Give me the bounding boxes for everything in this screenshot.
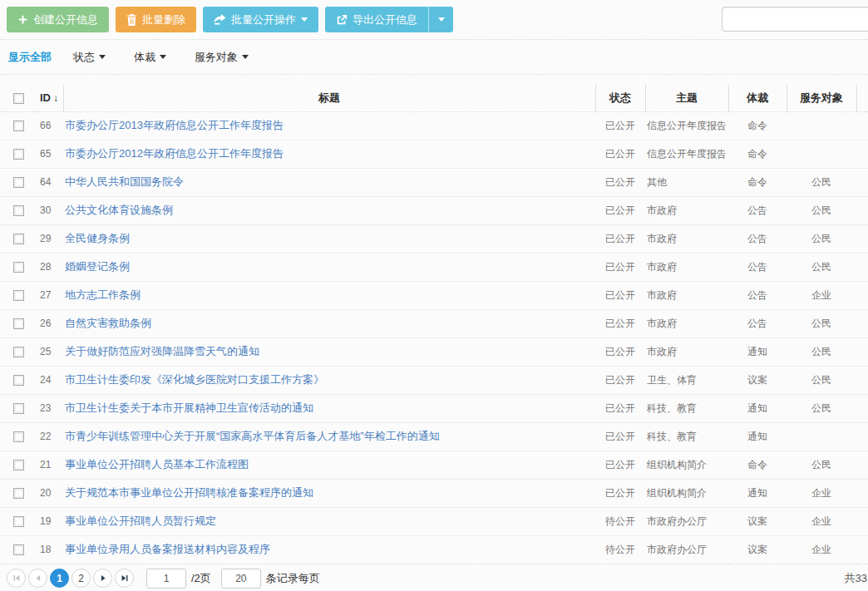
row-title-link[interactable]: 公共文化体育设施条例: [65, 204, 173, 216]
row-status: 待公开: [595, 507, 645, 535]
records-table: ID↓ 标题 状态 主题 体裁 服务对象 66 市委办公厅2013年政府信息公开…: [0, 85, 868, 564]
page-size-label: 条记录每页: [266, 571, 320, 586]
row-topic: 科技、教育: [645, 394, 728, 422]
row-audience: 公民: [787, 168, 856, 196]
row-title-link[interactable]: 关于做好防范应对强降温降雪天气的通知: [65, 345, 259, 357]
row-checkbox[interactable]: [13, 177, 24, 188]
row-checkbox[interactable]: [13, 347, 24, 357]
row-status: 已公开: [595, 337, 645, 366]
row-audience: 公民: [787, 196, 856, 224]
row-checkbox[interactable]: [13, 234, 24, 244]
export-info-label: 导出公开信息: [353, 12, 417, 27]
row-checkbox[interactable]: [13, 431, 24, 442]
export-info-button[interactable]: 导出公开信息: [325, 7, 428, 32]
filter-genre[interactable]: 体裁: [134, 50, 166, 65]
row-title-link[interactable]: 中华人民共和国国务院令: [65, 175, 184, 188]
filter-audience[interactable]: 服务对象: [195, 50, 249, 65]
row-title-link[interactable]: 全民健身条例: [65, 232, 130, 244]
row-status: 已公开: [595, 168, 645, 196]
row-title-link[interactable]: 自然灾害救助条例: [65, 317, 151, 329]
column-header-status: 状态: [595, 85, 645, 111]
caret-down-icon: [160, 55, 166, 59]
filter-status[interactable]: 状态: [73, 50, 106, 65]
column-header-topic: 主题: [645, 85, 728, 111]
toolbar: 创建公开信息 批量删除 批量公开操作 导出公开信息: [0, 0, 868, 40]
row-title-link[interactable]: 事业单位公开招聘人员基本工作流程图: [65, 458, 249, 470]
row-checkbox[interactable]: [13, 262, 24, 273]
row-topic: 市政府: [645, 309, 728, 337]
row-checkbox[interactable]: [13, 516, 24, 527]
current-page-input[interactable]: [146, 569, 186, 589]
row-id: 20: [37, 479, 63, 507]
row-status: 已公开: [595, 394, 645, 422]
row-checkbox[interactable]: [13, 488, 24, 499]
row-checkbox[interactable]: [13, 121, 24, 131]
row-genre: 公告: [728, 224, 787, 253]
create-info-button[interactable]: 创建公开信息: [7, 7, 109, 32]
row-status: 已公开: [595, 479, 645, 507]
row-checkbox[interactable]: [13, 544, 24, 555]
table-row: 23 市卫生计生委关于本市开展精神卫生宣传活动的通知 已公开 科技、教育 通知 …: [0, 394, 868, 422]
row-checkbox[interactable]: [13, 375, 24, 386]
row-topic: 其他: [645, 168, 728, 196]
table-header-row: ID↓ 标题 状态 主题 体裁 服务对象: [0, 85, 868, 111]
row-audience: 公民: [787, 451, 856, 479]
row-title-link[interactable]: 地方志工作条例: [65, 288, 141, 301]
row-checkbox[interactable]: [13, 290, 24, 301]
row-status: 已公开: [595, 451, 645, 479]
table-row: 26 自然灾害救助条例 已公开 市政府 公告 公民: [0, 309, 868, 337]
page-size-input[interactable]: [221, 569, 261, 589]
row-audience: 企业: [787, 507, 856, 535]
bulk-delete-button[interactable]: 批量删除: [116, 7, 196, 32]
row-title-link[interactable]: 市委办公厅2012年政府信息公开工作年度报告: [65, 147, 284, 160]
row-audience: 公民: [787, 309, 856, 337]
row-genre: 议案: [728, 507, 787, 535]
row-checkbox[interactable]: [13, 403, 24, 414]
row-topic: 信息公开年度报告: [645, 140, 728, 168]
row-genre: 公告: [728, 281, 787, 309]
column-header-title: 标题: [63, 85, 595, 111]
row-checkbox[interactable]: [13, 318, 24, 329]
page-button-2[interactable]: 2: [72, 569, 91, 588]
row-status: 已公开: [595, 196, 645, 224]
export-icon: [336, 14, 348, 26]
row-title-link[interactable]: 事业单位公开招聘人员暂行规定: [65, 515, 216, 527]
row-checkbox[interactable]: [13, 460, 24, 470]
row-genre: 公告: [728, 253, 787, 281]
row-audience: [787, 111, 856, 140]
row-title-link[interactable]: 市卫生计生委印发《深化城乡医院对口支援工作方案》: [65, 373, 324, 386]
row-checkbox[interactable]: [13, 149, 24, 160]
row-checkbox[interactable]: [13, 205, 24, 216]
row-audience: 企业: [787, 535, 856, 564]
first-page-button[interactable]: [7, 569, 26, 588]
row-title-link[interactable]: 市卫生计生委关于本市开展精神卫生宣传活动的通知: [65, 401, 313, 414]
page-button-1[interactable]: 1: [50, 569, 69, 588]
row-id: 25: [37, 337, 63, 366]
row-title-link[interactable]: 市委办公厅2013年政府信息公开工作年度报告: [65, 119, 284, 131]
row-title-link[interactable]: 事业单位录用人员备案报送材料内容及程序: [65, 543, 270, 555]
row-id: 27: [37, 281, 63, 309]
last-page-button[interactable]: [115, 569, 134, 588]
export-dropdown-toggle[interactable]: [428, 7, 453, 32]
column-header-id[interactable]: ID↓: [37, 85, 63, 111]
table-row: 29 全民健身条例 已公开 市政府 公告 公民: [0, 224, 868, 253]
search-input[interactable]: [722, 7, 868, 32]
row-topic: 组织机构简介: [645, 451, 728, 479]
select-all-checkbox[interactable]: [13, 93, 24, 104]
filter-bar: 显示全部 状态 体裁 服务对象: [0, 40, 868, 75]
row-audience: 公民: [787, 394, 856, 422]
table-row: 19 事业单位公开招聘人员暂行规定 待公开 市政府办公厅 议案 企业: [0, 507, 868, 535]
caret-down-icon: [301, 17, 308, 22]
table-row: 30 公共文化体育设施条例 已公开 市政府 公告 公民: [0, 196, 868, 224]
filter-audience-label: 服务对象: [195, 50, 238, 65]
filter-show-all[interactable]: 显示全部: [8, 50, 52, 65]
row-title-link[interactable]: 婚姻登记条例: [65, 260, 130, 273]
row-title-link[interactable]: 关于规范本市事业单位公开招聘核准备案程序的通知: [65, 486, 313, 499]
row-title-link[interactable]: 市青少年训练管理中心关于开展“国家高水平体育后备人才基地”年检工作的通知: [65, 430, 440, 442]
row-status: 已公开: [595, 309, 645, 337]
previous-page-button[interactable]: [28, 569, 47, 588]
row-status: 已公开: [595, 281, 645, 309]
bulk-publish-button[interactable]: 批量公开操作: [203, 7, 318, 32]
next-page-button[interactable]: [93, 569, 112, 588]
trash-icon: [126, 14, 137, 26]
